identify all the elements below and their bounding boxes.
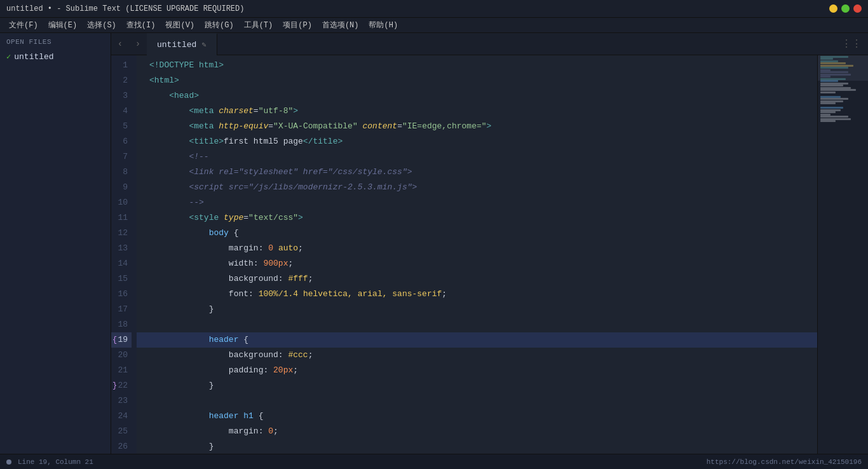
line-num-1: 1 — [111, 58, 132, 73]
code-line-25: margin: 0; — [137, 424, 817, 439]
line-num-5: 5 — [111, 119, 132, 134]
line-num-16: 16 — [111, 287, 132, 302]
tab-next-button[interactable]: › — [129, 33, 147, 55]
menu-item-g[interactable]: 跳转(G) — [200, 18, 239, 32]
minimap — [817, 55, 868, 454]
line-num-2: 2 — [111, 73, 132, 88]
tab-untitled[interactable]: untitled ✎ — [147, 33, 217, 55]
status-line-col: Line 19, Column 21 — [18, 458, 93, 466]
menu-item-s[interactable]: 选择(S) — [82, 18, 121, 32]
sidebar-header: OPEN FILES — [0, 33, 111, 50]
code-line-20: background: #ccc; — [137, 348, 817, 363]
code-line-9: <script src="/js/libs/modernizr-2.5.3.mi… — [137, 180, 817, 195]
line-num-13: 13 — [111, 241, 132, 256]
menu-item-e[interactable]: 编辑(E) — [43, 18, 83, 32]
line-num-11: 11 — [111, 210, 132, 226]
line-num-10: 10 — [111, 195, 132, 210]
tab-edit-icon: ✎ — [201, 40, 206, 50]
tab-label: untitled — [157, 40, 196, 50]
code-line-15: background: #fff; — [137, 271, 817, 287]
menu-item-v[interactable]: 视图(V) — [160, 18, 200, 32]
line-num-12: 12 — [111, 226, 132, 241]
line-num-19: 19 — [111, 332, 132, 348]
code-line-2: <html> — [137, 73, 817, 88]
code-line-3: <head> — [137, 88, 817, 104]
maximize-button[interactable] — [841, 4, 850, 13]
code-line-11: <style type="text/css"> — [137, 210, 817, 226]
menu-item-i[interactable]: 查找(I) — [121, 18, 161, 32]
line-num-18: 18 — [111, 317, 132, 332]
close-button[interactable] — [853, 4, 862, 13]
line-num-7: 7 — [111, 149, 132, 165]
line-num-6: 6 — [111, 134, 132, 149]
code-line-4: <meta charset="utf-8"> — [137, 104, 817, 119]
code-line-5: <meta http-equiv="X-UA-Compatible" conte… — [137, 119, 817, 134]
status-indicator — [6, 459, 11, 465]
tab-options-button[interactable]: ⋮⋮ — [841, 37, 868, 50]
line-num-20: 20 — [111, 348, 132, 363]
menu-bar: 文件(F)编辑(E)选择(S)查找(I)视图(V)跳转(G)工具(T)项目(P)… — [0, 18, 868, 33]
code-line-7: <!-- — [137, 149, 817, 165]
code-line-1: <!DOCTYPE html> — [137, 58, 817, 73]
code-line-6: <title>first html5 page</title> — [137, 134, 817, 149]
tab-bar: ‹ › untitled ✎ ⋮⋮ — [111, 33, 868, 55]
code-line-19: header { — [137, 332, 817, 348]
menu-item-t[interactable]: 工具(T) — [239, 18, 278, 32]
line-num-8: 8 — [111, 165, 132, 180]
minimize-button[interactable] — [829, 4, 837, 13]
menu-item-f[interactable]: 文件(F) — [4, 18, 43, 32]
code-line-22: } — [137, 378, 817, 393]
line-num-3: 3 — [111, 88, 132, 104]
code-line-8: <link rel="stylesheet" href="/css/style.… — [137, 165, 817, 180]
editor-area: ‹ › untitled ✎ ⋮⋮ 1 2 3 4 5 6 7 8 9 — [111, 33, 868, 454]
code-line-13: margin: 0 auto; — [137, 241, 817, 256]
code-line-10: --> — [137, 195, 817, 210]
code-line-12: body { — [137, 226, 817, 241]
line-numbers: 1 2 3 4 5 6 7 8 9 10 11 12 13 14 15 16 1… — [111, 55, 137, 454]
line-num-9: 9 — [111, 180, 132, 195]
sidebar: OPEN FILES ✓ untitled — [0, 33, 111, 454]
code-line-17: } — [137, 302, 817, 317]
menu-item-n[interactable]: 首选项(N) — [317, 18, 364, 32]
status-left: Line 19, Column 21 — [6, 458, 93, 466]
menu-item-p[interactable]: 项目(P) — [278, 18, 317, 32]
line-num-24: 24 — [111, 409, 132, 424]
status-url: https://blog.csdn.net/weixin_42150196 — [707, 458, 862, 466]
minimap-canvas — [818, 56, 868, 123]
main-layout: OPEN FILES ✓ untitled ‹ › untitled ✎ ⋮⋮ … — [0, 33, 868, 454]
menu-item-h[interactable]: 帮助(H) — [363, 18, 403, 32]
code-content[interactable]: <!DOCTYPE html> <html> <head> <meta char… — [137, 55, 817, 454]
code-line-26: } — [137, 439, 817, 454]
tab-prev-button[interactable]: ‹ — [111, 33, 129, 55]
sidebar-filename: untitled — [14, 52, 53, 62]
code-editor[interactable]: 1 2 3 4 5 6 7 8 9 10 11 12 13 14 15 16 1… — [111, 55, 868, 454]
code-line-23 — [137, 393, 817, 409]
code-line-21: padding: 20px; — [137, 363, 817, 378]
window-controls — [829, 4, 862, 13]
sidebar-file-untitled[interactable]: ✓ untitled — [0, 50, 111, 64]
line-num-23: 23 — [111, 393, 132, 409]
code-line-14: width: 900px; — [137, 256, 817, 271]
status-right: https://blog.csdn.net/weixin_42150196 — [707, 458, 862, 466]
line-num-22: 22 — [111, 378, 132, 393]
line-num-21: 21 — [111, 363, 132, 378]
title-bar: untitled • - Sublime Text (LICENSE UPGRA… — [0, 0, 868, 18]
title-text: untitled • - Sublime Text (LICENSE UPGRA… — [6, 4, 244, 13]
tab-bar-left: ‹ › untitled ✎ — [111, 33, 217, 55]
line-num-25: 25 — [111, 424, 132, 439]
line-num-4: 4 — [111, 104, 132, 119]
line-num-26: 26 — [111, 439, 132, 454]
line-num-17: 17 — [111, 302, 132, 317]
code-line-16: font: 100%/1.4 helvetica, arial, sans-se… — [137, 287, 817, 302]
line-num-15: 15 — [111, 271, 132, 287]
code-line-18 — [137, 317, 817, 332]
code-line-24: header h1 { — [137, 409, 817, 424]
status-bar: Line 19, Column 21 https://blog.csdn.net… — [0, 454, 868, 469]
modified-icon: ✓ — [6, 52, 11, 62]
line-num-14: 14 — [111, 256, 132, 271]
